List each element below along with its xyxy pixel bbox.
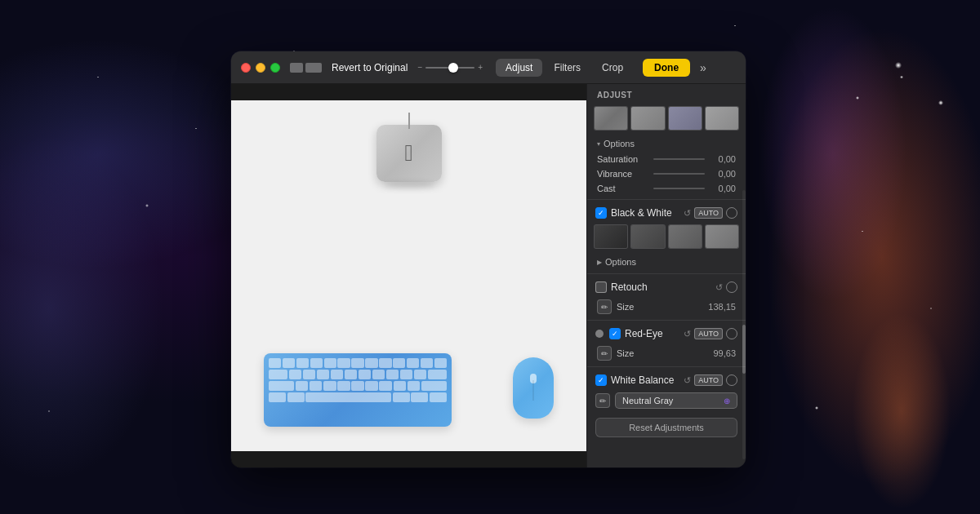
maximize-button[interactable] [270, 63, 280, 73]
bw-preset-4[interactable] [705, 224, 739, 249]
redeye-circle-button[interactable] [726, 328, 737, 339]
saturation-row: Saturation 0,00 [587, 152, 746, 166]
close-button[interactable] [241, 63, 251, 73]
redeye-auto-badge[interactable]: AUTO [694, 328, 723, 339]
retouch-tool-icon[interactable]: ✏ [597, 299, 612, 314]
key [421, 381, 447, 391]
key [287, 392, 305, 402]
key [289, 370, 302, 379]
bw-preset-thumbnails [594, 223, 739, 250]
mouse-divider [533, 380, 534, 401]
adjust-title: ADJUST [587, 84, 746, 104]
divider-1 [587, 199, 746, 200]
tab-crop[interactable]: Crop [592, 59, 633, 77]
bw-section-label: Black & White [611, 207, 679, 219]
retouch-checkbox[interactable] [595, 281, 607, 293]
key [379, 381, 392, 391]
key [337, 358, 350, 368]
key [411, 392, 428, 402]
bw-reset-icon[interactable]: ↺ [684, 208, 691, 219]
preset-thumb-4[interactable] [705, 106, 739, 131]
key [393, 392, 410, 402]
key-row-2 [269, 370, 447, 379]
bw-auto-badge[interactable]: AUTO [694, 207, 723, 219]
mac-mini:  [376, 125, 442, 182]
redeye-size-label: Size [617, 348, 705, 358]
wb-tool-icon[interactable]: ✏ [595, 393, 610, 408]
cast-label: Cast [597, 184, 648, 193]
scrollbar-thumb[interactable] [742, 325, 746, 374]
vibrance-value: 0,00 [710, 169, 736, 179]
key [421, 358, 433, 368]
retouch-size-value: 138,15 [708, 302, 736, 312]
bw-preset-1[interactable] [594, 224, 628, 249]
single-view-icon[interactable] [290, 63, 303, 73]
key [365, 358, 377, 368]
wb-check-icon: ✓ [598, 376, 604, 384]
tab-filters[interactable]: Filters [544, 59, 590, 77]
cast-track[interactable] [653, 188, 705, 189]
zoom-track [425, 67, 474, 69]
wb-auto-badge[interactable]: AUTO [694, 374, 723, 386]
wb-dropdown[interactable]: Neutral Gray ⊕ [615, 392, 737, 409]
reset-adjustments-button[interactable]: Reset Adjustments [595, 418, 737, 437]
zoom-max-icon: + [478, 63, 483, 72]
cast-value: 0,00 [710, 184, 736, 193]
vibrance-track[interactable] [653, 173, 705, 175]
preset-thumb-3[interactable] [668, 106, 702, 131]
redeye-section-header: ✓ Red-Eye ↺ AUTO [587, 324, 746, 343]
retouch-reset-icon[interactable]: ↺ [715, 282, 723, 293]
key [351, 381, 364, 391]
revert-button[interactable]: Revert to Original [332, 62, 408, 73]
minimize-button[interactable] [256, 63, 265, 73]
wb-actions: ↺ AUTO [684, 374, 737, 386]
key [393, 358, 405, 368]
grid-view-icon[interactable] [305, 63, 322, 73]
bw-preset-2[interactable] [630, 224, 665, 249]
retouch-circle-button[interactable] [726, 281, 737, 293]
key [296, 381, 309, 391]
preset-thumb-1[interactable] [594, 106, 628, 131]
redeye-section-label: Red-Eye [625, 328, 679, 339]
retouch-tool-row: ✏ Size 138,15 [587, 297, 746, 317]
key [324, 358, 336, 368]
nav-tabs: Adjust Filters Crop [496, 59, 633, 77]
done-button[interactable]: Done [643, 59, 690, 77]
retouch-size-label: Size [617, 302, 703, 312]
keyboard [264, 353, 452, 427]
saturation-track[interactable] [653, 158, 705, 160]
preset-thumbnails [594, 104, 739, 132]
wb-reset-icon[interactable]: ↺ [684, 375, 691, 386]
redeye-checkbox[interactable]: ✓ [609, 328, 621, 339]
wb-checkbox[interactable]: ✓ [595, 374, 607, 386]
redeye-reset-icon[interactable]: ↺ [684, 329, 691, 339]
options-toggle[interactable]: ▾ Options [587, 135, 746, 152]
tab-adjust[interactable]: Adjust [496, 59, 542, 77]
redeye-actions: ↺ AUTO [684, 328, 737, 339]
key [394, 381, 407, 391]
wb-circle-button[interactable] [726, 374, 737, 386]
preset-thumb-2[interactable] [630, 106, 665, 131]
key [310, 358, 323, 368]
key-row-3 [269, 381, 447, 391]
vibrance-row: Vibrance 0,00 [587, 166, 746, 181]
zoom-slider[interactable]: − + [417, 63, 483, 72]
redeye-tool-icon[interactable]: ✏ [597, 346, 612, 361]
mac-mini-body:  [376, 125, 442, 182]
cable [408, 113, 410, 129]
bw-options-toggle[interactable]: ▶ Options [587, 254, 746, 270]
zoom-min-icon: − [417, 63, 422, 72]
more-button[interactable]: » [700, 61, 706, 74]
keyboard-rows [269, 358, 447, 402]
bw-checkbox[interactable]: ✓ [595, 207, 607, 219]
key [430, 392, 447, 402]
app-window: Revert to Original − + Adjust Filters Cr… [231, 51, 746, 467]
wb-dropdown-row: ✏ Neutral Gray ⊕ [587, 390, 746, 411]
zoom-thumb[interactable] [448, 63, 458, 73]
spacebar-key [305, 392, 391, 402]
bw-circle-button[interactable] [726, 207, 737, 219]
bw-preset-3[interactable] [668, 224, 702, 249]
key [283, 358, 295, 368]
key-row-4 [269, 392, 447, 402]
redeye-tool-row: ✏ Size 99,63 [587, 343, 746, 363]
